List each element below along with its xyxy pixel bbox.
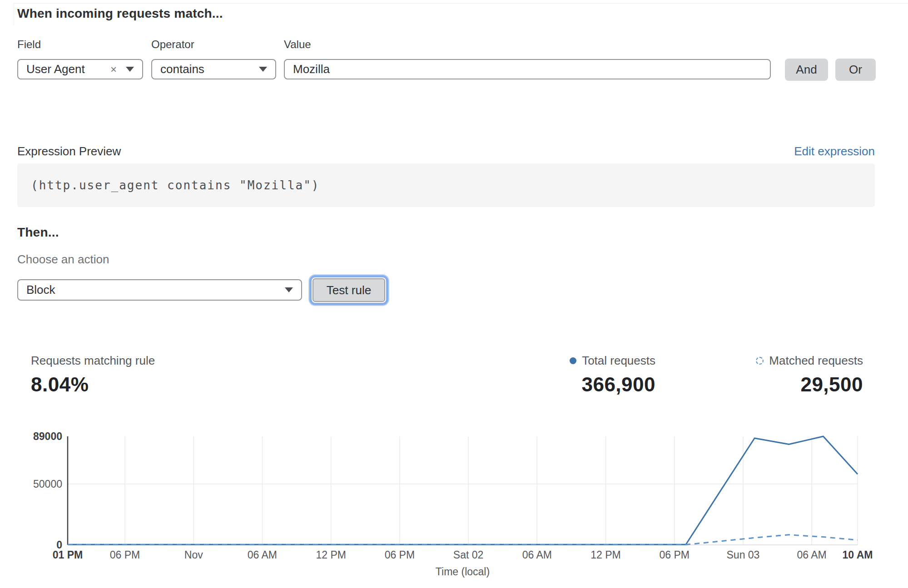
clear-icon[interactable]: × — [110, 64, 117, 75]
action-select-value: Block — [26, 283, 55, 297]
requests-chart: 8900050000001 PM06 PMNov06 AM12 PM06 PMS… — [0, 422, 908, 588]
expression-code-box: (http.user_agent contains "Mozilla") — [17, 163, 875, 207]
svg-text:10 AM: 10 AM — [843, 549, 873, 561]
svg-text:50000: 50000 — [33, 478, 62, 490]
svg-text:06 PM: 06 PM — [385, 549, 415, 561]
and-button[interactable]: And — [785, 59, 828, 81]
svg-text:Sun 03: Sun 03 — [727, 549, 760, 561]
svg-text:Time (local): Time (local) — [436, 566, 490, 578]
choose-action-label: Choose an action — [17, 252, 109, 267]
svg-text:12 PM: 12 PM — [316, 549, 346, 561]
card-top-edge — [14, 3, 908, 4]
field-select-value: User Agent — [26, 62, 85, 76]
firewall-rule-builder: When incoming requests match... Field Op… — [0, 0, 908, 588]
value-label: Value — [284, 38, 311, 51]
svg-text:Sat 02: Sat 02 — [453, 549, 484, 561]
svg-text:01 PM: 01 PM — [53, 549, 83, 561]
svg-text:06 AM: 06 AM — [248, 549, 277, 561]
operator-select-value: contains — [160, 62, 204, 76]
stat-match-rate-label: Requests matching rule — [31, 354, 155, 368]
action-select[interactable]: Block — [17, 279, 302, 301]
stat-matched-value: 29,500 — [800, 373, 863, 396]
stat-total-value: 366,900 — [581, 373, 655, 396]
chevron-down-icon — [285, 287, 293, 292]
svg-text:89000: 89000 — [33, 430, 62, 442]
svg-text:Nov: Nov — [184, 549, 203, 561]
stat-total-requests: Total requests 366,900 — [570, 354, 655, 396]
stat-matched-label: Matched requests — [769, 354, 863, 368]
operator-select[interactable]: contains — [151, 59, 276, 79]
svg-text:06 AM: 06 AM — [522, 549, 552, 561]
stat-match-rate-value: 8.04% — [31, 373, 155, 396]
svg-text:06 PM: 06 PM — [660, 549, 690, 561]
then-section-title: Then... — [17, 225, 59, 240]
total-requests-dot-icon — [570, 357, 576, 364]
match-section-title: When incoming requests match... — [17, 6, 223, 21]
svg-text:06 PM: 06 PM — [110, 549, 140, 561]
stat-matched-requests: Matched requests 29,500 — [756, 354, 863, 396]
test-rule-button[interactable]: Test rule — [313, 278, 385, 302]
edit-expression-link[interactable]: Edit expression — [794, 144, 875, 158]
stat-requests-matching-rule: Requests matching rule 8.04% — [31, 354, 155, 396]
stat-total-label: Total requests — [582, 354, 655, 368]
value-input[interactable] — [284, 59, 771, 79]
svg-text:06 AM: 06 AM — [797, 549, 827, 561]
card-left-edge — [14, 3, 14, 26]
operator-label: Operator — [151, 38, 194, 51]
svg-text:12 PM: 12 PM — [590, 549, 620, 561]
expression-preview-label: Expression Preview — [17, 144, 121, 158]
field-label: Field — [17, 38, 41, 51]
chevron-down-icon — [126, 67, 134, 72]
expression-code: (http.user_agent contains "Mozilla") — [17, 178, 320, 192]
chevron-down-icon — [259, 67, 267, 72]
or-button[interactable]: Or — [835, 59, 876, 81]
field-select[interactable]: User Agent × — [17, 59, 143, 79]
matched-requests-dashed-circle-icon — [756, 357, 764, 365]
